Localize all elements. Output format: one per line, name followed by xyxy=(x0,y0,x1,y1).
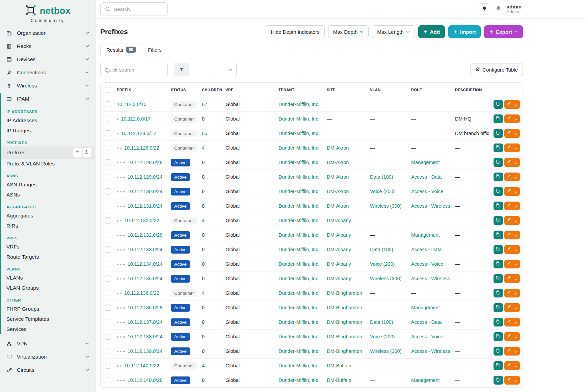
tenant-link[interactable]: Dunder-Mifflin, Inc. xyxy=(278,377,319,383)
tab-filters[interactable]: Filters xyxy=(142,44,167,56)
role-link[interactable]: Management xyxy=(411,232,440,238)
tenant-link[interactable]: Dunder-Mifflin, Inc. xyxy=(278,247,319,252)
tenant-link[interactable]: Dunder-Mifflin, Inc. xyxy=(278,203,319,209)
saved-filter-select[interactable] xyxy=(189,63,236,76)
sidebar-item-virtualization[interactable]: Virtualization xyxy=(0,351,95,363)
column-header-prefix[interactable]: PREFIX xyxy=(114,83,168,97)
import-button[interactable] xyxy=(82,148,91,157)
row-checkbox[interactable] xyxy=(105,101,111,107)
row-checkbox[interactable] xyxy=(105,174,111,180)
vlan-link[interactable]: Wireless (300) xyxy=(370,276,401,281)
sidebar-item-route-targets[interactable]: Route Targets xyxy=(1,252,95,262)
prefix-link[interactable]: 10.112.128.0/22 xyxy=(124,145,159,151)
edit-button[interactable] xyxy=(504,202,520,210)
row-checkbox[interactable] xyxy=(105,334,111,340)
sidebar-item-vlans[interactable]: VLANs xyxy=(1,273,95,283)
column-header-site[interactable]: SITE xyxy=(324,83,367,97)
column-header-tenant[interactable]: TENANT xyxy=(276,83,324,97)
tenant-link[interactable]: Dunder-Mifflin, Inc. xyxy=(278,232,319,238)
tenant-link[interactable]: Dunder-Mifflin, Inc. xyxy=(278,305,319,310)
edit-button[interactable] xyxy=(504,129,520,138)
site-link[interactable]: DM-Akron xyxy=(327,145,349,151)
role-link[interactable]: Management xyxy=(411,305,440,310)
site-link[interactable]: DM-Akron xyxy=(327,160,349,165)
row-checkbox[interactable] xyxy=(105,246,111,253)
copy-button[interactable] xyxy=(494,303,503,312)
prefix-link[interactable]: 10.112.140.0/22 xyxy=(124,363,159,368)
sidebar-item-asn-ranges[interactable]: ASN Ranges xyxy=(1,180,95,190)
site-link[interactable]: DM-Akron xyxy=(327,174,349,180)
vlan-link[interactable]: Data (100) xyxy=(370,319,393,325)
copy-button[interactable] xyxy=(494,173,503,181)
sidebar-item-aggregates[interactable]: Aggregates xyxy=(1,211,95,221)
role-link[interactable]: Management xyxy=(411,377,440,383)
row-checkbox[interactable] xyxy=(105,348,111,354)
sidebar-item-rirs[interactable]: RIRs xyxy=(1,221,95,231)
prefix-link[interactable]: 10.112.140.0/28 xyxy=(128,377,163,383)
sidebar-item-ipam[interactable]: IPAM xyxy=(1,93,95,105)
prefix-link[interactable]: 10.112.128.0/17 xyxy=(121,131,156,136)
prefix-link[interactable]: 10.112.139.0/24 xyxy=(128,348,163,354)
prefix-link[interactable]: 10.112.132.0/28 xyxy=(128,232,163,238)
prefix-link[interactable]: 10.112.128.0/28 xyxy=(128,160,163,165)
edit-button[interactable] xyxy=(504,361,520,370)
role-link[interactable]: Access - Voice xyxy=(411,334,443,339)
copy-button[interactable] xyxy=(494,129,503,138)
children-count[interactable]: 4 xyxy=(202,145,205,151)
tenant-link[interactable]: Dunder-Mifflin, Inc. xyxy=(278,102,319,107)
prefix-link[interactable]: 10.112.136.0/28 xyxy=(128,305,163,310)
import-button[interactable]: Import xyxy=(448,25,481,38)
sidebar-item-wireless[interactable]: Wireless xyxy=(0,80,95,92)
children-count[interactable]: 4 xyxy=(202,363,205,368)
copy-button[interactable] xyxy=(494,245,503,254)
row-checkbox[interactable] xyxy=(105,145,111,151)
edit-button[interactable] xyxy=(504,143,520,152)
role-link[interactable]: Access - Voice xyxy=(411,261,443,267)
edit-button[interactable] xyxy=(504,303,520,312)
copy-button[interactable] xyxy=(494,158,503,167)
copy-button[interactable] xyxy=(494,114,503,123)
tenant-link[interactable]: Dunder-Mifflin, Inc. xyxy=(278,276,319,281)
row-checkbox[interactable] xyxy=(105,159,111,165)
role-link[interactable]: Access - Wireless xyxy=(411,203,450,209)
copy-button[interactable] xyxy=(494,347,503,356)
prefix-link[interactable]: 10.112.132.0/22 xyxy=(124,218,159,223)
edit-button[interactable] xyxy=(504,100,520,109)
column-header-vlan[interactable]: VLAN xyxy=(367,83,408,97)
site-link[interactable]: DM-Buffalo xyxy=(327,363,351,368)
column-header-description[interactable]: DESCRIPTION xyxy=(452,83,489,97)
row-checkbox[interactable] xyxy=(105,116,111,122)
edit-button[interactable] xyxy=(504,274,520,283)
row-checkbox[interactable] xyxy=(105,130,111,136)
sidebar-item-prefix-vlan-roles[interactable]: Prefix & VLAN Roles xyxy=(1,159,95,169)
site-link[interactable]: DM-Akron xyxy=(327,203,349,209)
edit-button[interactable] xyxy=(504,114,520,123)
vlan-link[interactable]: Wireless (300) xyxy=(370,203,401,209)
tenant-link[interactable]: Dunder-Mifflin, Inc. xyxy=(278,131,319,136)
tenant-link[interactable]: Dunder-Mifflin, Inc. xyxy=(278,290,319,296)
sidebar-item-prefixes[interactable]: Prefixes xyxy=(1,147,95,159)
tenant-link[interactable]: Dunder-Mifflin, Inc. xyxy=(278,116,319,122)
prefix-link[interactable]: 10.112.129.0/24 xyxy=(128,174,163,180)
sidebar-item-services[interactable]: Services xyxy=(1,324,95,334)
sidebar-item-fhrp-groups[interactable]: FHRP Groups xyxy=(1,304,95,314)
column-header-status[interactable]: STATUS xyxy=(168,83,199,97)
sidebar-item-asns[interactable]: ASNs xyxy=(1,190,95,200)
sidebar-item-vlan-groups[interactable]: VLAN Groups xyxy=(1,283,95,293)
configure-table-button[interactable]: ⚙ Configure Table xyxy=(470,63,523,76)
theme-toggle-button[interactable] xyxy=(479,3,490,15)
prefix-link[interactable]: 10.112.130.0/24 xyxy=(128,189,163,194)
edit-button[interactable] xyxy=(504,158,520,167)
row-checkbox[interactable] xyxy=(105,290,111,296)
global-search-input[interactable] xyxy=(114,6,163,12)
edit-button[interactable] xyxy=(504,216,520,225)
site-link[interactable]: DM-Albany xyxy=(327,247,351,252)
children-count[interactable]: 4 xyxy=(202,290,205,296)
vlan-link[interactable]: Voice (200) xyxy=(370,189,395,194)
copy-button[interactable] xyxy=(494,289,503,297)
copy-button[interactable] xyxy=(494,100,503,109)
sidebar-item-ip-ranges[interactable]: IP Ranges xyxy=(1,126,95,136)
row-checkbox[interactable] xyxy=(105,276,111,282)
copy-button[interactable] xyxy=(494,231,503,239)
role-link[interactable]: Management xyxy=(411,160,440,165)
